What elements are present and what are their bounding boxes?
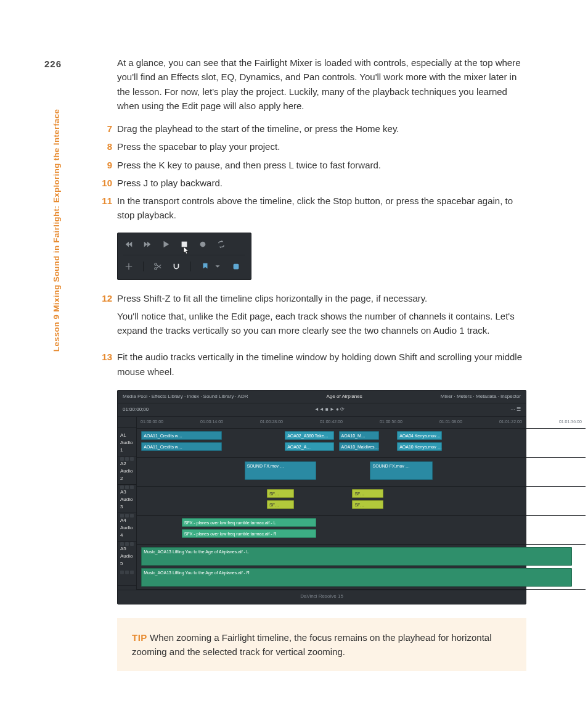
step-12: 12Press Shift-Z to fit all the timeline …: [117, 291, 526, 350]
step-list-2: 12Press Shift-Z to fit all the timeline …: [117, 291, 526, 382]
track-header-a2[interactable]: A2 Audio 2: [118, 456, 136, 485]
scissors-icon[interactable]: [153, 262, 162, 271]
clip[interactable]: SFX - planes over low freq rumble tarmac…: [182, 529, 316, 538]
lane-a5[interactable]: Music_AOA13 Lifting You to the Age of Ai…: [137, 545, 586, 590]
snap-icon[interactable]: [172, 262, 181, 271]
cursor-icon: [182, 246, 191, 255]
ruler-head: [118, 417, 136, 428]
clip[interactable]: SF…: [352, 489, 383, 498]
track-lanes[interactable]: 01:00:00:0001:00:14:0001:00:28:0001:00:4…: [137, 417, 586, 590]
play-icon[interactable]: [161, 240, 170, 249]
fairlight-timeline: Media Pool · Effects Library · Index · S…: [117, 390, 526, 604]
step-number: 9: [97, 158, 112, 172]
step-number: 11: [97, 194, 112, 208]
timeline-footer: DaVinci Resolve 15: [118, 590, 526, 604]
svg-rect-4: [234, 263, 239, 269]
crosshair-icon[interactable]: [125, 262, 133, 271]
clip[interactable]: Music_AOA13 Lifting You to the Age of Ai…: [141, 568, 572, 587]
lane-a3[interactable]: SF… SF… SF… SF…: [137, 487, 586, 516]
chevron-down-icon[interactable]: [213, 262, 222, 271]
tip-box: TIP When zooming a Fairlight timeline, t…: [117, 618, 526, 672]
clip[interactable]: SF…: [352, 500, 383, 509]
timeline-timecode-bar: 01:00:00;00 ◄◄ ■ ► ● ⟳ ⋯ ☰: [118, 403, 526, 416]
clip[interactable]: AOA10_M…: [339, 431, 380, 440]
timeline-body: A1 Audio 1 A2 Audio 2 A3 Audio 3 A4 Audi…: [118, 417, 526, 590]
step-number: 12: [97, 291, 112, 305]
svg-point-1: [200, 241, 206, 247]
time-ruler[interactable]: 01:00:00:0001:00:14:0001:00:28:0001:00:4…: [137, 417, 586, 429]
timeline-left-menu[interactable]: Media Pool · Effects Library · Index · S…: [123, 393, 248, 400]
timeline-title: Age of Airplanes: [326, 393, 362, 400]
track-header-a3[interactable]: A3 Audio 3: [118, 485, 136, 513]
clip[interactable]: AOA10 Kenya.mov …: [397, 442, 442, 451]
timecode: 01:00:00;00: [123, 406, 149, 413]
step-number: 8: [97, 139, 112, 154]
tip-text: When zooming a Fairlight timeline, the f…: [132, 632, 491, 657]
marker-fill-icon[interactable]: [232, 262, 240, 271]
step-text: Press the K key to pause, and then press…: [117, 160, 381, 170]
clip[interactable]: AOA02_A…: [285, 442, 334, 451]
step-list: 7Drag the playhead to the start of the t…: [117, 122, 526, 226]
lesson-label: Lesson 9 Mixing Sound in Fairlight: Expl…: [51, 109, 63, 352]
divider: [143, 262, 144, 271]
tip-label: TIP: [132, 632, 147, 643]
track-header-a1[interactable]: A1 Audio 1: [118, 428, 136, 456]
clip[interactable]: AOA10_Maldives…: [339, 442, 380, 451]
timeline-right-menu[interactable]: Mixer · Meters · Metadata · Inspector: [441, 393, 521, 400]
clip[interactable]: AOA11_Credits w…: [141, 442, 222, 451]
clip[interactable]: Music_AOA13 Lifting You to the Age of Ai…: [141, 547, 572, 566]
step-text: Press the spacebar to play your project.: [117, 141, 280, 152]
step-number: 13: [97, 350, 112, 364]
lane-a2[interactable]: SOUND FX.mov … SOUND FX.mov …: [137, 458, 586, 487]
lane-a1[interactable]: AOA11_Credits w… AOA11_Credits w… AOA02_…: [137, 429, 586, 458]
transport-row-2: [123, 255, 245, 274]
step-number: 7: [97, 122, 112, 136]
view-controls[interactable]: ⋯ ☰: [510, 406, 521, 413]
track-header-a4[interactable]: A4 Audio 4: [118, 513, 136, 542]
step-text: Press Shift-Z to fit all the timeline cl…: [117, 293, 427, 303]
step-text: Fit the audio tracks vertically in the t…: [117, 352, 522, 376]
step-text: Press J to play backward.: [117, 178, 223, 188]
track-header-a5[interactable]: A5 Audio 5: [118, 542, 136, 586]
clip[interactable]: AOA11_Credits w…: [141, 431, 222, 440]
track-headers: A1 Audio 1 A2 Audio 2 A3 Audio 3 A4 Audi…: [118, 417, 137, 590]
page-number: 226: [44, 57, 62, 71]
loop-icon[interactable]: [217, 240, 226, 249]
rewind-icon[interactable]: [125, 240, 133, 249]
step-10: 10Press J to play backward.: [117, 176, 526, 194]
intro-paragraph: At a glance, you can see that the Fairli…: [117, 56, 526, 113]
clip[interactable]: SOUND FX.mov …: [370, 461, 433, 480]
divider: [190, 262, 191, 271]
mini-transport[interactable]: ◄◄ ■ ► ● ⟳: [314, 406, 345, 413]
stop-icon[interactable]: [180, 240, 189, 249]
clip[interactable]: AOA02_A380 Take…: [285, 431, 334, 440]
clip[interactable]: SF…: [267, 489, 294, 498]
timeline-topbar: Media Pool · Effects Library · Index · S…: [118, 390, 526, 403]
transport-controls: [117, 233, 251, 280]
step-11: 11In the transport controls above the ti…: [117, 194, 526, 226]
clip[interactable]: SFX - planes over low freq rumble tarmac…: [182, 518, 316, 527]
footer-label: DaVinci Resolve 15: [300, 593, 343, 600]
clip[interactable]: AOA04 Kenya.mov…: [397, 431, 442, 440]
step-number: 10: [97, 176, 112, 190]
lane-a4[interactable]: SFX - planes over low freq rumble tarmac…: [137, 516, 586, 545]
step-9: 9Press the K key to pause, and then pres…: [117, 158, 526, 176]
svg-point-3: [155, 267, 157, 270]
step-text: In the transport controls above the time…: [117, 196, 513, 220]
marker-icon[interactable]: [201, 262, 210, 271]
step-12-followup: You'll notice that, unlike the Edit page…: [117, 309, 526, 338]
clip[interactable]: SOUND FX.mov …: [245, 461, 316, 480]
transport-row-1: [123, 237, 245, 251]
step-text: Drag the playhead to the start of the ti…: [117, 123, 399, 134]
step-8: 8Press the spacebar to play your project…: [117, 139, 526, 157]
clip[interactable]: SF…: [267, 500, 294, 509]
step-7: 7Drag the playhead to the start of the t…: [117, 122, 526, 139]
fast-forward-icon[interactable]: [143, 240, 152, 249]
page: 226 Lesson 9 Mixing Sound in Fairlight: …: [0, 0, 588, 726]
step-13: 13Fit the audio tracks vertically in the…: [117, 350, 526, 382]
svg-point-2: [155, 263, 157, 265]
record-icon[interactable]: [198, 240, 207, 249]
